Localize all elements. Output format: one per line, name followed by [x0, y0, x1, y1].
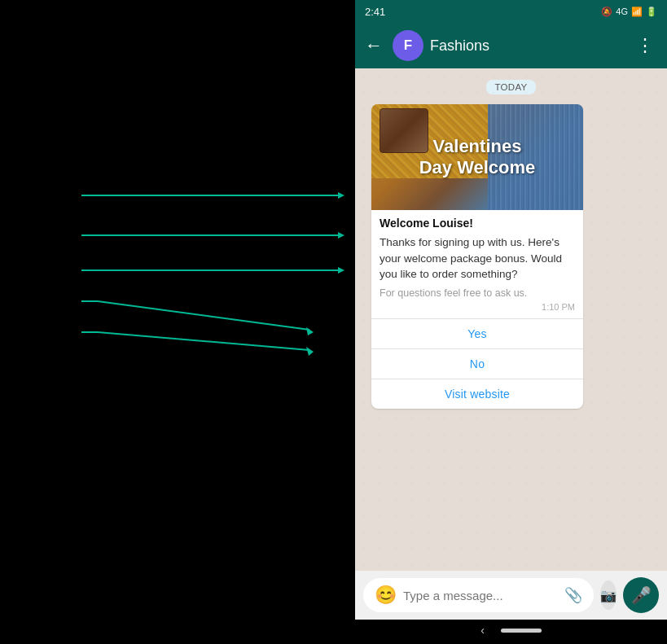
- camera-icon: 📷: [600, 588, 617, 603]
- emoji-button[interactable]: 😊: [375, 585, 397, 606]
- chat-area: TODAY Valentines Day Welcome Welcome Lou…: [355, 68, 667, 571]
- bubble-body: Thanks for signing up with us. Here's yo…: [380, 234, 575, 283]
- status-time: 2:41: [365, 6, 385, 18]
- svg-marker-10: [306, 327, 314, 335]
- phone-screen: 2:41 🔕 4G 📶 🔋 ← F Fashions ⋮ TODAY: [355, 0, 667, 644]
- bubble-content: Welcome Louise! Thanks for signing up wi…: [371, 210, 583, 318]
- menu-button[interactable]: ⋮: [630, 32, 660, 59]
- svg-line-12: [98, 332, 309, 350]
- no-button[interactable]: No: [371, 349, 583, 379]
- bubble-footer: For questions feel free to ask us.: [380, 287, 575, 299]
- svg-marker-4: [338, 232, 344, 239]
- time-display: 2:41: [365, 6, 385, 18]
- bubble-header: Welcome Louise!: [380, 217, 575, 230]
- arrows-overlay: [0, 0, 355, 644]
- svg-marker-1: [338, 192, 344, 199]
- mute-icon: 🔕: [601, 7, 612, 17]
- battery-icon: 🔋: [646, 7, 657, 17]
- chat-title: Fashions: [430, 37, 623, 55]
- contact-avatar: F: [393, 30, 423, 61]
- nav-chevron: ‹: [481, 624, 485, 637]
- svg-marker-13: [306, 347, 314, 356]
- image-text: Valentines Day Welcome: [413, 129, 542, 186]
- message-bubble: Valentines Day Welcome Welcome Louise! T…: [371, 104, 583, 409]
- camera-button[interactable]: 📷: [600, 580, 617, 610]
- signal-label: 4G: [616, 7, 628, 16]
- left-panel: [0, 0, 355, 644]
- status-bar: 2:41 🔕 4G 📶 🔋: [355, 0, 667, 23]
- status-icons: 🔕 4G 📶 🔋: [601, 7, 657, 17]
- mic-icon: 🎤: [631, 585, 652, 605]
- mic-button[interactable]: 🎤: [623, 577, 659, 613]
- input-bar: 😊 📎 📷 🎤: [355, 571, 667, 620]
- message-time: 1:10 PM: [380, 302, 575, 312]
- back-button[interactable]: ←: [362, 32, 386, 59]
- message-input[interactable]: [403, 589, 558, 602]
- nav-pill: [501, 629, 542, 633]
- attachment-button[interactable]: 📎: [564, 586, 582, 604]
- message-input-container: 😊 📎: [363, 578, 594, 612]
- chat-header: ← F Fashions ⋮: [355, 23, 667, 68]
- signal-bars-icon: 📶: [631, 7, 643, 17]
- yes-button[interactable]: Yes: [371, 319, 583, 348]
- date-badge: TODAY: [486, 80, 535, 94]
- visit-website-button[interactable]: Visit website: [371, 379, 583, 409]
- bubble-image: Valentines Day Welcome: [371, 104, 583, 210]
- svg-marker-7: [338, 267, 344, 274]
- svg-line-9: [98, 301, 309, 330]
- nav-bar: ‹: [355, 620, 667, 644]
